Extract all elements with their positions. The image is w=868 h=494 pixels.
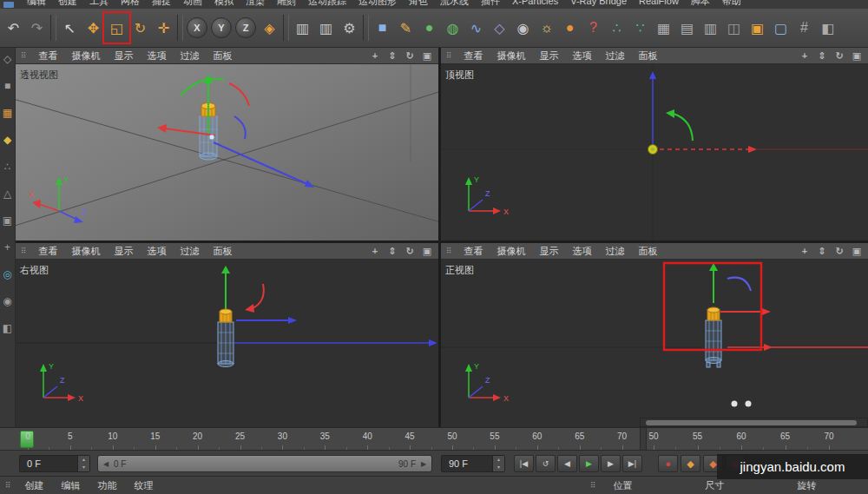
- pen-tool-button[interactable]: ✎: [394, 14, 418, 42]
- material-menu-1[interactable]: 创建: [16, 479, 53, 492]
- rotate-view-icon[interactable]: ↻: [833, 246, 845, 257]
- texture-mode-icon[interactable]: ▦: [2, 107, 14, 119]
- render-picture-viewer-button[interactable]: ▥: [314, 14, 338, 42]
- last-used-tool-icon[interactable]: ✛: [152, 14, 175, 42]
- frame-range-slider[interactable]: ◀ 0 F 90 F ▶: [97, 455, 432, 472]
- viewport-menu-panel[interactable]: 面板: [207, 49, 240, 63]
- y-axis-lock-button[interactable]: Y: [211, 17, 232, 38]
- current-frame-value[interactable]: 0 F: [20, 456, 77, 471]
- viewport-menu-display[interactable]: 显示: [108, 49, 141, 63]
- frame-spinner[interactable]: ▴ ▾: [77, 456, 89, 471]
- render-settings-button[interactable]: ⚙: [338, 14, 361, 42]
- add-light-button[interactable]: ☼: [535, 14, 558, 42]
- move-manipulator[interactable]: [157, 74, 314, 188]
- menubar-item-10[interactable]: 运动跟踪: [302, 0, 352, 9]
- viewport-menu-display[interactable]: 显示: [533, 245, 566, 258]
- viewport-menu-options[interactable]: 选项: [141, 245, 174, 258]
- rotate-view-icon[interactable]: ↻: [833, 50, 845, 62]
- slider-left-arrow-icon[interactable]: ◀: [98, 460, 114, 468]
- panel-menu-icon[interactable]: ⠿: [21, 51, 27, 60]
- viewport-menu-camera[interactable]: 摄像机: [65, 49, 108, 63]
- viewport-menu-camera[interactable]: 摄像机: [490, 49, 533, 63]
- menubar-item-18[interactable]: 脚本: [685, 0, 716, 9]
- x-axis-lock-button[interactable]: X: [187, 17, 207, 38]
- maximize-view-icon[interactable]: ▣: [421, 50, 433, 62]
- menubar-item-13[interactable]: 流水线: [434, 0, 475, 9]
- mograph-fracture-icon[interactable]: ▥: [699, 14, 722, 42]
- zoom-view-icon[interactable]: ⇕: [386, 246, 398, 257]
- rotate-view-icon[interactable]: ↻: [404, 50, 416, 62]
- viewport-menu-options[interactable]: 选项: [141, 49, 174, 63]
- viewport-canvas[interactable]: 正视图: [441, 260, 868, 427]
- spinner-down-icon[interactable]: ▾: [78, 464, 89, 471]
- points-mode-icon[interactable]: ∴: [2, 161, 14, 173]
- redo-icon[interactable]: ↷: [25, 14, 49, 42]
- menubar-item-4[interactable]: 网格: [115, 0, 146, 9]
- maximize-view-icon[interactable]: ▣: [851, 246, 863, 257]
- zoom-view-icon[interactable]: ⇕: [816, 50, 828, 62]
- z-axis-lock-button[interactable]: Z: [235, 17, 256, 38]
- timeline-ruler[interactable]: 0510152025303540455055606570 5055606570: [0, 427, 868, 450]
- pan-view-icon[interactable]: +: [369, 50, 381, 61]
- capsule-object[interactable]: [706, 307, 721, 367]
- lock-workplane-icon[interactable]: ◧: [2, 322, 14, 334]
- add-material-button[interactable]: ●: [558, 14, 582, 42]
- material-menu-2[interactable]: 编辑: [53, 479, 89, 492]
- mograph-matrix-icon[interactable]: ▤: [675, 14, 699, 42]
- viewport-menu-display[interactable]: 显示: [533, 49, 566, 63]
- panel-menu-icon[interactable]: ⠿: [21, 247, 27, 255]
- viewport-menu-view[interactable]: 查看: [457, 245, 490, 258]
- panel-menu-icon[interactable]: ⠿: [5, 481, 11, 490]
- zoom-view-icon[interactable]: ⇕: [386, 50, 398, 62]
- menubar-item-1[interactable]: 编辑: [21, 0, 52, 9]
- play-button[interactable]: ▶: [579, 455, 599, 472]
- add-sphere-button[interactable]: ●: [418, 14, 441, 42]
- current-frame-field[interactable]: 0 F ▴ ▾: [19, 455, 90, 472]
- timeline-ruler-left[interactable]: 0510152025303540455055606570: [19, 428, 640, 450]
- add-generator-button[interactable]: ◍: [441, 14, 464, 42]
- frame-spinner[interactable]: ▴ ▾: [492, 456, 504, 471]
- record-position-button[interactable]: ◆: [681, 455, 700, 472]
- viewport-menu-filter[interactable]: 过滤: [174, 245, 207, 258]
- menubar-item-14[interactable]: 插件: [475, 0, 506, 9]
- spinner-up-icon[interactable]: ▴: [493, 456, 504, 464]
- layout-browser-icon[interactable]: ▢: [769, 14, 792, 42]
- menubar-item-12[interactable]: 角色: [403, 0, 434, 9]
- snap-settings-icon[interactable]: #: [792, 14, 816, 42]
- goto-start-button[interactable]: |◀: [514, 455, 534, 472]
- live-selection-icon[interactable]: ↖: [58, 14, 82, 42]
- workplane-mode-icon[interactable]: ◆: [2, 134, 14, 146]
- viewport-menu-panel[interactable]: 面板: [207, 245, 240, 258]
- viewport-menu-view[interactable]: 查看: [32, 49, 65, 63]
- panel-menu-icon[interactable]: ⠿: [446, 247, 452, 255]
- zoom-view-icon[interactable]: ⇕: [816, 246, 828, 257]
- workplane-icon[interactable]: ◧: [816, 14, 839, 42]
- spinner-down-icon[interactable]: ▾: [493, 464, 504, 471]
- viewport-menu-filter[interactable]: 过滤: [599, 49, 632, 63]
- viewport-menu-filter[interactable]: 过滤: [599, 245, 632, 258]
- viewport-canvas[interactable]: 透视视图: [16, 64, 438, 240]
- maximize-view-icon[interactable]: ▣: [421, 246, 433, 257]
- menubar-item-2[interactable]: 创建: [52, 0, 83, 9]
- model-mode-icon[interactable]: ■: [2, 80, 14, 92]
- motion-clip-icon[interactable]: ◫: [722, 14, 746, 42]
- pan-view-icon[interactable]: +: [369, 246, 381, 256]
- panel-menu-icon[interactable]: ⠿: [590, 481, 596, 490]
- capsule-object[interactable]: [648, 145, 658, 155]
- move-tool-icon[interactable]: ✥: [82, 14, 105, 42]
- solo-mode-icon[interactable]: ◎: [2, 268, 14, 280]
- end-frame-field[interactable]: 90 F ▴ ▾: [441, 455, 505, 472]
- menubar-item-15[interactable]: X-Particles: [506, 0, 564, 9]
- snap-enable-icon[interactable]: ◉: [2, 295, 14, 307]
- menubar-item-16[interactable]: V-Ray Bridge: [564, 0, 633, 9]
- panel-menu-icon[interactable]: ⠿: [446, 51, 452, 60]
- polygons-mode-icon[interactable]: ▣: [2, 214, 14, 227]
- menubar-item-17[interactable]: RealFlow: [633, 0, 685, 9]
- material-menu-4[interactable]: 纹理: [126, 479, 162, 492]
- menubar-item-3[interactable]: 工具: [83, 0, 115, 9]
- timeline-hscrollbar[interactable]: [640, 418, 868, 427]
- viewport-canvas[interactable]: 顶视图 Y: [441, 64, 868, 240]
- viewport-menu-options[interactable]: 选项: [566, 49, 599, 63]
- undo-icon[interactable]: ↶: [2, 14, 25, 42]
- add-camera-button[interactable]: ◉: [511, 14, 535, 42]
